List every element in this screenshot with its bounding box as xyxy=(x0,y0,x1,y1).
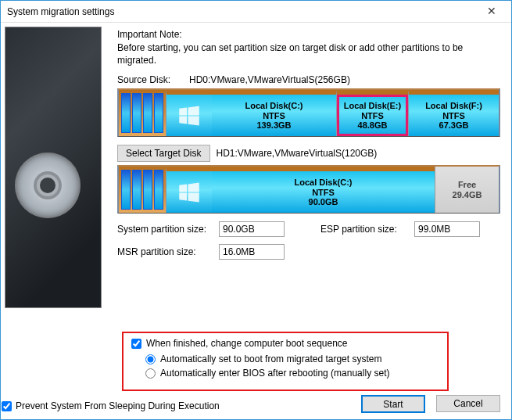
sidebar: DISKGENIUS xyxy=(1,23,106,419)
prevent-sleep-label: Prevent System From Sleeping During Exec… xyxy=(16,400,220,411)
windows-logo-icon xyxy=(166,95,212,136)
partition-size: 139.3GB xyxy=(256,120,291,131)
source-partition-e[interactable]: Local Disk(E:) NTFS 48.8GB xyxy=(336,90,408,136)
target-free-space[interactable]: Free 29.4GB xyxy=(435,167,499,213)
select-target-disk-button[interactable]: Select Target Disk xyxy=(117,145,210,162)
system-size-label: System partition size: xyxy=(117,224,219,235)
source-partition-f[interactable]: Local Disk(F:) NTFS 67.3GB xyxy=(408,90,499,136)
window-title: System migration settings xyxy=(7,6,477,17)
boot-bios-label: Automatically enter BIOS after rebooting… xyxy=(160,368,389,379)
partition-fs: NTFS xyxy=(361,111,384,121)
system-size-input[interactable] xyxy=(219,221,285,237)
hdd-illustration: DISKGENIUS xyxy=(5,27,102,308)
windows-logo-icon xyxy=(166,171,212,213)
titlebar: System migration settings ✕ xyxy=(1,1,511,23)
source-disk-bar[interactable]: Local Disk(C:) NTFS 139.3GB Local Disk(E… xyxy=(117,88,500,137)
note-body: Before starting, you can set partition s… xyxy=(117,41,500,66)
main-panel: Important Note: Before starting, you can… xyxy=(106,23,511,419)
close-button[interactable]: ✕ xyxy=(477,3,507,20)
partition-name: Local Disk(C:) xyxy=(295,178,353,188)
change-boot-checkbox[interactable] xyxy=(131,339,141,349)
source-partition-c[interactable]: Local Disk(C:) NTFS 139.3GB xyxy=(166,90,336,136)
partition-name: Local Disk(E:) xyxy=(344,101,401,111)
esp-size-label: ESP partition size: xyxy=(320,224,414,235)
free-size: 29.4GB xyxy=(453,190,482,200)
target-disk-name: HD1:VMware,VMwareVirtualS(120GB) xyxy=(217,148,378,159)
partition-fs: NTFS xyxy=(312,188,335,198)
boot-sequence-group: When finished, change computer boot sequ… xyxy=(122,332,449,391)
target-disk-bar[interactable]: Local Disk(C:) NTFS 90.0GB Free 29.4GB xyxy=(117,165,500,214)
free-label: Free xyxy=(458,180,476,190)
partition-fs: NTFS xyxy=(442,111,465,121)
cancel-button[interactable]: Cancel xyxy=(436,395,500,412)
boot-auto-radio[interactable] xyxy=(145,354,156,364)
source-disk-label: Source Disk: xyxy=(117,74,170,85)
system-migration-dialog: System migration settings ✕ DISKGENIUS I… xyxy=(0,0,512,420)
partition-size: 67.3GB xyxy=(439,120,469,131)
partition-size: 90.0GB xyxy=(309,197,338,207)
msr-size-input[interactable] xyxy=(219,244,285,260)
partition-fs: NTFS xyxy=(263,111,285,121)
partition-name: Local Disk(F:) xyxy=(425,101,482,111)
note-title: Important Note: xyxy=(117,29,500,40)
msr-size-label: MSR partition size: xyxy=(117,246,219,257)
prevent-sleep-checkbox[interactable] xyxy=(2,401,12,411)
source-disk-name: HD0:VMware,VMwareVirtualS(256GB) xyxy=(189,74,350,85)
start-button[interactable]: Start xyxy=(361,395,425,413)
change-boot-label: When finished, change computer boot sequ… xyxy=(146,338,348,349)
reserved-partitions-icon xyxy=(119,90,166,136)
partition-size: 48.8GB xyxy=(358,120,388,131)
partition-name: Local Disk(C:) xyxy=(245,101,303,111)
esp-size-input[interactable] xyxy=(414,221,480,237)
reserved-partitions-icon xyxy=(119,167,166,213)
boot-bios-radio[interactable] xyxy=(145,368,156,379)
target-partition-c[interactable]: Local Disk(C:) NTFS 90.0GB xyxy=(166,167,435,213)
boot-auto-label: Automatically set to boot from migrated … xyxy=(160,354,381,364)
